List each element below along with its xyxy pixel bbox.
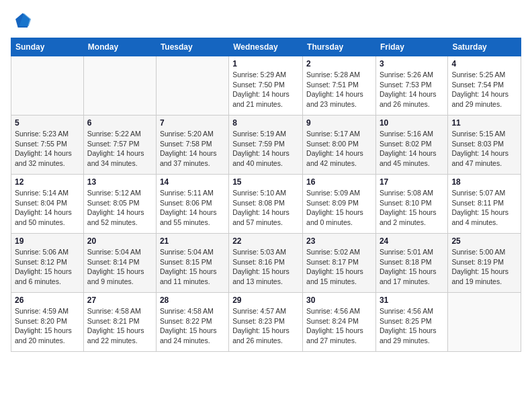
day-info: Sunrise: 4:59 AMSunset: 8:20 PMDaylight:…: [15, 306, 80, 346]
calendar-cell: 11Sunrise: 5:15 AMSunset: 8:03 PMDayligh…: [448, 116, 521, 175]
calendar-cell: 30Sunrise: 4:56 AMSunset: 8:24 PMDayligh…: [303, 293, 376, 352]
day-info: Sunrise: 4:58 AMSunset: 8:21 PMDaylight:…: [87, 306, 152, 346]
day-info: Sunrise: 5:00 AMSunset: 8:19 PMDaylight:…: [451, 247, 517, 287]
day-info: Sunrise: 5:10 AMSunset: 8:08 PMDaylight:…: [232, 188, 299, 228]
day-info: Sunrise: 5:16 AMSunset: 8:02 PMDaylight:…: [380, 129, 444, 169]
day-number: 27: [87, 295, 152, 305]
calendar-cell: 2Sunrise: 5:28 AMSunset: 7:51 PMDaylight…: [303, 56, 376, 116]
day-number: 17: [380, 177, 444, 187]
day-number: 9: [306, 118, 372, 128]
day-number: 2: [306, 59, 372, 68]
day-info: Sunrise: 5:25 AMSunset: 7:54 PMDaylight:…: [451, 70, 517, 109]
day-number: 26: [15, 295, 80, 305]
calendar-cell: 17Sunrise: 5:08 AMSunset: 8:10 PMDayligh…: [375, 175, 447, 234]
day-info: Sunrise: 5:29 AMSunset: 7:50 PMDaylight:…: [232, 70, 299, 109]
day-info: Sunrise: 5:04 AMSunset: 8:15 PMDaylight:…: [160, 247, 225, 287]
day-info: Sunrise: 5:04 AMSunset: 8:14 PMDaylight:…: [87, 247, 152, 287]
day-info: Sunrise: 5:08 AMSunset: 8:10 PMDaylight:…: [380, 188, 444, 228]
calendar-cell: 26Sunrise: 4:59 AMSunset: 8:20 PMDayligh…: [11, 293, 84, 352]
day-number: 8: [232, 118, 299, 128]
calendar-cell: 28Sunrise: 4:58 AMSunset: 8:22 PMDayligh…: [156, 293, 228, 352]
day-info: Sunrise: 4:56 AMSunset: 8:24 PMDaylight:…: [306, 306, 372, 346]
calendar-cell: 15Sunrise: 5:10 AMSunset: 8:08 PMDayligh…: [229, 175, 303, 234]
calendar-cell: 3Sunrise: 5:26 AMSunset: 7:53 PMDaylight…: [375, 56, 447, 116]
day-info: Sunrise: 5:23 AMSunset: 7:55 PMDaylight:…: [15, 129, 80, 169]
day-number: 23: [306, 236, 372, 246]
calendar-cell: 16Sunrise: 5:09 AMSunset: 8:09 PMDayligh…: [303, 175, 376, 234]
day-number: 4: [451, 59, 517, 68]
calendar-cell: 4Sunrise: 5:25 AMSunset: 7:54 PMDaylight…: [448, 56, 521, 116]
calendar-cell: 5Sunrise: 5:23 AMSunset: 7:55 PMDaylight…: [11, 116, 84, 175]
calendar-cell: 20Sunrise: 5:04 AMSunset: 8:14 PMDayligh…: [83, 234, 156, 293]
day-number: 16: [306, 177, 372, 187]
day-number: 22: [232, 236, 299, 246]
day-info: Sunrise: 4:56 AMSunset: 8:25 PMDaylight:…: [380, 306, 444, 346]
day-number: 21: [160, 236, 225, 246]
day-number: 6: [87, 118, 152, 128]
day-info: Sunrise: 5:12 AMSunset: 8:05 PMDaylight:…: [87, 188, 152, 228]
weekday-header-wednesday: Wednesday: [229, 38, 303, 56]
calendar-header: [11, 11, 521, 32]
day-number: 28: [160, 295, 225, 305]
day-info: Sunrise: 5:03 AMSunset: 8:16 PMDaylight:…: [232, 247, 299, 287]
day-number: 3: [380, 59, 444, 68]
calendar-cell: 10Sunrise: 5:16 AMSunset: 8:02 PMDayligh…: [375, 116, 447, 175]
logo: [11, 11, 35, 32]
day-number: 20: [87, 236, 152, 246]
day-info: Sunrise: 5:14 AMSunset: 8:04 PMDaylight:…: [15, 188, 80, 228]
calendar-table: SundayMondayTuesdayWednesdayThursdayFrid…: [11, 38, 521, 352]
calendar-cell: 31Sunrise: 4:56 AMSunset: 8:25 PMDayligh…: [375, 293, 447, 352]
calendar-cell: 9Sunrise: 5:17 AMSunset: 8:00 PMDaylight…: [303, 116, 376, 175]
calendar-cell: 1Sunrise: 5:29 AMSunset: 7:50 PMDaylight…: [229, 56, 303, 116]
calendar-cell: 29Sunrise: 4:57 AMSunset: 8:23 PMDayligh…: [229, 293, 303, 352]
calendar-cell: 8Sunrise: 5:19 AMSunset: 7:59 PMDaylight…: [229, 116, 303, 175]
day-number: 11: [451, 118, 517, 128]
calendar-cell: 6Sunrise: 5:22 AMSunset: 7:57 PMDaylight…: [83, 116, 156, 175]
day-info: Sunrise: 5:01 AMSunset: 8:18 PMDaylight:…: [380, 247, 444, 287]
day-number: 31: [380, 295, 444, 305]
day-info: Sunrise: 5:19 AMSunset: 7:59 PMDaylight:…: [232, 129, 299, 169]
day-info: Sunrise: 5:22 AMSunset: 7:57 PMDaylight:…: [87, 129, 152, 169]
calendar-cell: 25Sunrise: 5:00 AMSunset: 8:19 PMDayligh…: [448, 234, 521, 293]
calendar-cell: 14Sunrise: 5:11 AMSunset: 8:06 PMDayligh…: [156, 175, 228, 234]
weekday-header-sunday: Sunday: [11, 38, 84, 56]
day-number: 15: [232, 177, 299, 187]
day-number: 25: [451, 236, 517, 246]
day-info: Sunrise: 5:20 AMSunset: 7:58 PMDaylight:…: [160, 129, 225, 169]
calendar-cell: 13Sunrise: 5:12 AMSunset: 8:05 PMDayligh…: [83, 175, 156, 234]
weekday-header-saturday: Saturday: [448, 38, 521, 56]
day-number: 12: [15, 177, 80, 187]
calendar-cell: 22Sunrise: 5:03 AMSunset: 8:16 PMDayligh…: [229, 234, 303, 293]
day-info: Sunrise: 5:09 AMSunset: 8:09 PMDaylight:…: [306, 188, 372, 228]
day-info: Sunrise: 4:58 AMSunset: 8:22 PMDaylight:…: [160, 306, 225, 346]
day-info: Sunrise: 5:15 AMSunset: 8:03 PMDaylight:…: [451, 129, 517, 169]
calendar-cell: 27Sunrise: 4:58 AMSunset: 8:21 PMDayligh…: [83, 293, 156, 352]
day-number: 10: [380, 118, 444, 128]
day-info: Sunrise: 4:57 AMSunset: 8:23 PMDaylight:…: [232, 306, 299, 346]
weekday-header-monday: Monday: [83, 38, 156, 56]
day-number: 29: [232, 295, 299, 305]
calendar-cell: 7Sunrise: 5:20 AMSunset: 7:58 PMDaylight…: [156, 116, 228, 175]
weekday-header-thursday: Thursday: [303, 38, 376, 56]
day-info: Sunrise: 5:11 AMSunset: 8:06 PMDaylight:…: [160, 188, 225, 228]
calendar-cell: [83, 56, 156, 116]
calendar-cell: 18Sunrise: 5:07 AMSunset: 8:11 PMDayligh…: [448, 175, 521, 234]
calendar-cell: [448, 293, 521, 352]
calendar-cell: 23Sunrise: 5:02 AMSunset: 8:17 PMDayligh…: [303, 234, 376, 293]
day-number: 1: [232, 59, 299, 68]
calendar-cell: 19Sunrise: 5:06 AMSunset: 8:12 PMDayligh…: [11, 234, 84, 293]
day-info: Sunrise: 5:26 AMSunset: 7:53 PMDaylight:…: [380, 70, 444, 109]
day-info: Sunrise: 5:28 AMSunset: 7:51 PMDaylight:…: [306, 70, 372, 109]
calendar-cell: 24Sunrise: 5:01 AMSunset: 8:18 PMDayligh…: [375, 234, 447, 293]
calendar-cell: [156, 56, 228, 116]
weekday-header-friday: Friday: [375, 38, 447, 56]
day-info: Sunrise: 5:17 AMSunset: 8:00 PMDaylight:…: [306, 129, 372, 169]
calendar-cell: 21Sunrise: 5:04 AMSunset: 8:15 PMDayligh…: [156, 234, 228, 293]
day-number: 24: [380, 236, 444, 246]
day-number: 5: [15, 118, 80, 128]
day-number: 19: [15, 236, 80, 246]
day-number: 18: [451, 177, 517, 187]
calendar-cell: 12Sunrise: 5:14 AMSunset: 8:04 PMDayligh…: [11, 175, 84, 234]
day-info: Sunrise: 5:06 AMSunset: 8:12 PMDaylight:…: [15, 247, 80, 287]
logo-icon: [11, 11, 32, 32]
